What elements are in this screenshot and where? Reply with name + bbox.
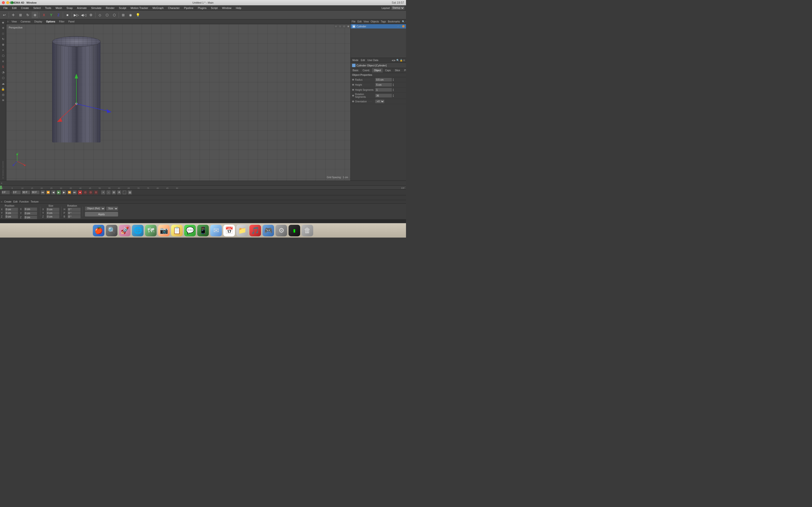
- menu-window[interactable]: Window: [220, 6, 234, 10]
- dock-safari[interactable]: 🌐: [132, 225, 144, 236]
- prev-key-btn[interactable]: ⏪: [46, 190, 50, 194]
- menu-plugins[interactable]: Plugins: [196, 6, 208, 10]
- size-y-input[interactable]: [46, 211, 59, 215]
- y-axis-btn[interactable]: Y: [48, 12, 55, 18]
- render-btn[interactable]: ◉: [127, 12, 134, 18]
- attr-userdata-tab[interactable]: User Data: [367, 59, 379, 62]
- apply-button[interactable]: Apply: [85, 212, 118, 217]
- btm-tab-create[interactable]: Create: [4, 201, 11, 203]
- viewport-close-btn[interactable]: □: [343, 24, 346, 28]
- dock-finder2[interactable]: 📁: [236, 225, 248, 236]
- sidebar-item15[interactable]: ≋: [0, 98, 6, 103]
- polygon-btn[interactable]: ⬡: [104, 12, 110, 18]
- rot-h-input[interactable]: [67, 208, 81, 211]
- menu-mesh[interactable]: Mesh: [54, 6, 64, 10]
- menu-snap[interactable]: Snap: [64, 6, 75, 10]
- attr-tab-caps[interactable]: Caps: [383, 68, 393, 73]
- prop-stepper-rotationseg[interactable]: ▲▼: [393, 94, 394, 97]
- select-btn[interactable]: ◇: [96, 12, 103, 18]
- settings-btn[interactable]: ⚙: [88, 12, 94, 18]
- play-btn[interactable]: ▶: [57, 190, 61, 194]
- dock-launchpad[interactable]: 🚀: [119, 225, 131, 236]
- dock-photos[interactable]: 📷: [158, 225, 170, 236]
- prev-frame-btn[interactable]: ◀: [51, 190, 56, 194]
- prop-input-height[interactable]: [375, 83, 392, 87]
- record-scale-btn[interactable]: ⊡: [94, 190, 98, 194]
- attr-search-icon[interactable]: 🔍: [396, 59, 399, 62]
- sidebar-move-icon[interactable]: ✛: [0, 25, 6, 31]
- cube-btn[interactable]: ■: [64, 12, 71, 18]
- timeline-playhead[interactable]: [0, 186, 2, 189]
- sidebar-item8[interactable]: ≡: [0, 59, 6, 64]
- attr-lock-icon[interactable]: 🔒: [400, 59, 403, 62]
- total-frame-input[interactable]: [31, 190, 40, 194]
- pos-z2-input[interactable]: [24, 216, 37, 219]
- menu-tools[interactable]: Tools: [43, 6, 53, 10]
- coord-size-select[interactable]: Size: [106, 207, 118, 211]
- prop-select-orientation[interactable]: +Y +X +Z: [375, 100, 385, 103]
- grid-btn[interactable]: ⊞: [120, 12, 126, 18]
- viewport-resize-btn[interactable]: ↔: [334, 24, 338, 28]
- sidebar-item14[interactable]: ◎: [0, 92, 6, 97]
- menu-pipeline[interactable]: Pipeline: [182, 6, 195, 10]
- goto-end-btn[interactable]: ⏭: [72, 190, 77, 194]
- poly2-btn[interactable]: ⬡: [111, 12, 118, 18]
- pos-y-input[interactable]: [5, 211, 18, 215]
- attr-fwd-icon[interactable]: ▶: [394, 59, 396, 62]
- rot-b-input[interactable]: [67, 215, 81, 219]
- viewport-tab-display[interactable]: Display: [33, 20, 43, 23]
- prop-input-rotationseg[interactable]: [375, 94, 392, 98]
- menu-script[interactable]: Script: [209, 6, 220, 10]
- attr-more-icon[interactable]: ⊞: [403, 59, 405, 62]
- search-icon[interactable]: 🔍: [402, 20, 405, 23]
- sidebar-item7[interactable]: ⬡: [0, 53, 6, 58]
- prop-stepper-radius[interactable]: ▲▼: [393, 78, 394, 81]
- prop-stepper-heightseg[interactable]: ▲▼: [393, 88, 394, 92]
- minimize-button[interactable]: [6, 1, 9, 4]
- viewport-tab-panel[interactable]: Panel: [67, 20, 75, 23]
- dock-trash[interactable]: 🗑: [302, 225, 313, 236]
- dock-finder[interactable]: 🍎: [93, 225, 104, 236]
- dock-spotlight[interactable]: 🔍: [106, 225, 117, 236]
- prop-input-heightseg[interactable]: [375, 88, 392, 92]
- obj-render-icon[interactable]: ✓: [400, 25, 402, 27]
- menu-sculpt[interactable]: Sculpt: [117, 6, 128, 10]
- pointer-tool[interactable]: ⊗: [32, 12, 39, 18]
- dock-messages[interactable]: 💬: [184, 225, 196, 236]
- goto-start-btn[interactable]: ⏮: [41, 190, 45, 194]
- menu-render[interactable]: Render: [104, 6, 116, 10]
- layout-dropdown[interactable]: Startup: [391, 6, 405, 10]
- key-add-btn[interactable]: +: [101, 190, 105, 194]
- next-key-btn[interactable]: ⏩: [67, 190, 71, 194]
- close-button[interactable]: [2, 1, 5, 4]
- dock-preferences[interactable]: ⚙: [275, 225, 287, 236]
- menu-animate[interactable]: Animate: [75, 6, 89, 10]
- layout-selector[interactable]: Layout: Startup: [382, 6, 405, 10]
- rotate-tool[interactable]: ↻: [24, 12, 31, 18]
- obj-tab-tags[interactable]: Tags: [381, 20, 386, 23]
- viewport-maximize-btn[interactable]: ↕: [338, 24, 342, 28]
- viewport-tab-cameras[interactable]: Cameras: [19, 20, 32, 23]
- sidebar-item11[interactable]: ⬡: [0, 75, 6, 80]
- filmstrip-btn[interactable]: ▤: [128, 190, 132, 194]
- dock-facetime[interactable]: 📱: [197, 225, 209, 236]
- key-auto-btn[interactable]: A: [117, 190, 121, 194]
- end-frame-input[interactable]: [22, 190, 30, 194]
- obj-tab-file[interactable]: File: [352, 20, 355, 23]
- dock-maps[interactable]: 🗺: [145, 225, 157, 236]
- menu-create[interactable]: Create: [19, 6, 31, 10]
- pos-z-input[interactable]: [5, 215, 18, 219]
- menu-character[interactable]: Character: [166, 6, 182, 10]
- obj-tab-bookmarks[interactable]: Bookmarks: [388, 20, 400, 23]
- obj-tab-edit[interactable]: Edit: [357, 20, 361, 23]
- playback-btn2[interactable]: ◀◁: [80, 12, 87, 18]
- dock-cinema4d[interactable]: 🎮: [262, 225, 274, 236]
- menu-help[interactable]: Help: [234, 6, 243, 10]
- attr-tab-basic[interactable]: Basic: [351, 68, 361, 73]
- viewport-tab-options[interactable]: Options: [45, 20, 56, 23]
- sidebar-rotate-icon[interactable]: ↻: [0, 37, 6, 42]
- x-axis-btn[interactable]: X: [41, 12, 47, 18]
- sidebar-item13[interactable]: 🔒: [0, 87, 6, 92]
- sidebar-item6[interactable]: ×: [0, 48, 6, 53]
- attr-back-icon[interactable]: ◀: [392, 59, 394, 62]
